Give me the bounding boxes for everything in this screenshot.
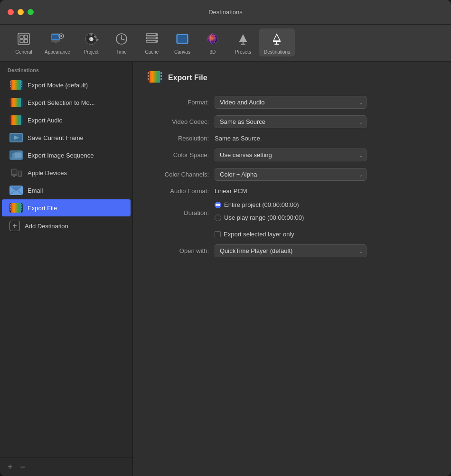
sidebar-item-export-audio[interactable]: Export Audio xyxy=(2,112,131,129)
export-layer-option[interactable]: Export selected layer only xyxy=(215,231,294,238)
sidebar-item-email[interactable]: Email xyxy=(2,182,131,199)
format-label: Format: xyxy=(147,99,209,106)
duration-play-range-label: Use play range (00:00:00:00) xyxy=(224,214,304,221)
svg-rect-43 xyxy=(9,80,23,90)
svg-rect-50 xyxy=(21,84,22,85)
sidebar-item-apple-devices[interactable]: Apple Devices xyxy=(2,164,131,181)
toolbar-item-time[interactable]: Time xyxy=(107,28,136,56)
apple-devices-icon xyxy=(9,168,23,177)
svg-rect-67 xyxy=(13,176,15,177)
destinations-icon xyxy=(268,30,285,47)
svg-rect-64 xyxy=(14,152,22,158)
save-frame-label: Save Current Frame xyxy=(28,134,84,141)
svg-rect-89 xyxy=(148,78,149,80)
sidebar-item-export-file[interactable]: Export File xyxy=(2,199,131,216)
window-title: Destinations xyxy=(208,9,243,16)
export-header: Export File xyxy=(147,71,437,84)
svg-rect-83 xyxy=(21,209,22,210)
content-panel: Export File Format: Video and Audio ⌄ Vi… xyxy=(133,62,451,476)
maximize-button[interactable] xyxy=(28,9,34,15)
cache-label: Cache xyxy=(145,49,159,55)
svg-rect-47 xyxy=(10,84,11,85)
svg-text:③: ③ xyxy=(89,37,94,42)
toolbar-item-cache[interactable]: Cache xyxy=(138,28,166,56)
main-window: Destinations General xyxy=(0,0,451,476)
video-codec-label: Video Codec: xyxy=(147,118,209,125)
svg-rect-35 xyxy=(239,41,247,42)
svg-rect-55 xyxy=(9,115,23,125)
format-dropdown-wrapper: Video and Audio ⌄ xyxy=(215,96,366,109)
toolbar-item-destinations[interactable]: Destinations xyxy=(259,28,295,56)
sidebar-item-add-destination[interactable]: + Add Destination xyxy=(2,217,131,235)
export-imgseq-label: Export Image Sequence xyxy=(28,152,94,159)
svg-rect-81 xyxy=(21,204,22,205)
audio-format-value: Linear PCM xyxy=(215,187,247,195)
color-space-dropdown[interactable]: Use canvas setting xyxy=(215,149,366,161)
svg-rect-6 xyxy=(52,35,59,39)
toolbar-item-presets[interactable]: Presets xyxy=(229,28,257,56)
duration-play-range-radio[interactable] xyxy=(215,215,221,221)
svg-rect-92 xyxy=(160,78,162,80)
audio-format-row: Audio Format: Linear PCM xyxy=(147,187,437,195)
video-codec-dropdown-wrapper: Same as Source ⌄ xyxy=(215,115,366,128)
duration-entire-option[interactable]: Entire project (00:00:00:00) xyxy=(215,201,304,208)
sidebar-item-export-movie[interactable]: Export Movie (default) xyxy=(2,76,131,93)
toolbar-item-general[interactable]: General xyxy=(9,28,38,56)
toolbar-item-project[interactable]: ③ Project xyxy=(77,28,105,56)
export-layer-checkbox[interactable] xyxy=(215,231,221,237)
svg-rect-48 xyxy=(10,86,11,87)
main-area: Destinations xyxy=(0,62,451,476)
svg-rect-4 xyxy=(24,39,28,43)
color-channels-dropdown[interactable]: Color + Alpha xyxy=(215,168,366,181)
svg-rect-75 xyxy=(9,203,23,213)
svg-rect-54 xyxy=(21,98,23,107)
svg-rect-8 xyxy=(54,42,57,43)
svg-rect-80 xyxy=(10,209,11,210)
svg-rect-82 xyxy=(21,206,22,208)
appearance-label: Appearance xyxy=(45,49,70,55)
3d-icon xyxy=(204,30,221,47)
svg-rect-3 xyxy=(20,39,23,43)
svg-point-27 xyxy=(155,41,157,42)
svg-rect-56 xyxy=(9,115,11,125)
toolbar-item-canvas[interactable]: Canvas xyxy=(168,28,197,56)
color-channels-dropdown-wrapper: Color + Alpha ⌄ xyxy=(215,168,366,181)
video-codec-dropdown[interactable]: Same as Source xyxy=(215,115,366,128)
export-audio-icon xyxy=(9,115,23,125)
project-icon: ③ xyxy=(83,30,100,47)
duration-entire-radio[interactable] xyxy=(215,202,221,208)
remove-button[interactable]: − xyxy=(20,463,26,471)
appearance-icon xyxy=(49,30,66,47)
toolbar-item-appearance[interactable]: Appearance xyxy=(40,28,75,56)
add-button[interactable]: + xyxy=(8,463,13,471)
svg-rect-91 xyxy=(160,75,162,77)
add-destination-icon: + xyxy=(9,221,20,231)
email-icon xyxy=(9,186,23,195)
sidebar-item-export-imgseq[interactable]: Export Image Sequence xyxy=(2,147,131,164)
format-dropdown[interactable]: Video and Audio xyxy=(215,96,366,109)
svg-rect-52 xyxy=(9,98,23,107)
svg-point-10 xyxy=(60,35,62,37)
export-file-header-icon xyxy=(147,71,162,84)
svg-rect-0 xyxy=(18,33,29,45)
minimize-button[interactable] xyxy=(18,9,24,15)
close-button[interactable] xyxy=(8,9,14,15)
audio-format-label: Audio Format: xyxy=(147,187,209,195)
toolbar-item-3d[interactable]: 3D xyxy=(198,28,227,56)
duration-row-1: Duration: Entire project (00:00:00:00) U… xyxy=(147,201,437,224)
svg-rect-29 xyxy=(178,35,187,43)
export-imgseq-icon xyxy=(9,150,23,160)
sidebar-item-save-frame[interactable]: Save Current Frame xyxy=(2,129,131,146)
color-channels-row: Color Channels: Color + Alpha ⌄ xyxy=(147,168,437,181)
save-frame-icon xyxy=(9,133,23,142)
sidebar-item-export-selection[interactable]: Export Selection to Mo... xyxy=(2,94,131,111)
svg-point-21 xyxy=(121,38,122,40)
3d-label: 3D xyxy=(210,49,216,55)
export-file-label: Export File xyxy=(28,205,57,212)
duration-play-range-option[interactable]: Use play range (00:00:00:00) xyxy=(215,214,304,221)
svg-rect-57 xyxy=(21,115,23,125)
format-row: Format: Video and Audio ⌄ xyxy=(147,96,437,109)
add-destination-label: Add Destination xyxy=(25,223,68,230)
open-with-dropdown[interactable]: QuickTime Player (default) xyxy=(215,244,366,257)
svg-rect-87 xyxy=(148,72,149,74)
